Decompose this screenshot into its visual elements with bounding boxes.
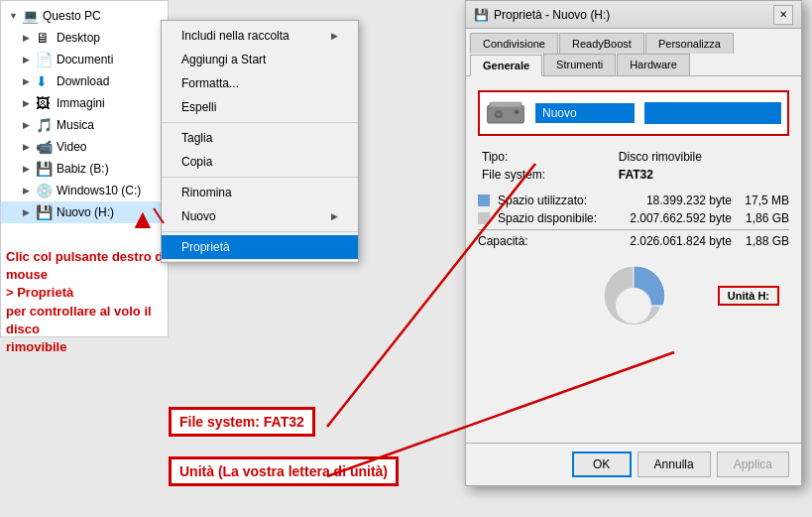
dialog-titlebar: 💾 Proprietà - Nuovo (H:) ✕: [466, 1, 801, 29]
tab-generale[interactable]: Generale: [470, 55, 542, 76]
sidebar-item-label: Desktop: [57, 31, 100, 45]
context-menu-aggiungi[interactable]: Aggiungi a Start: [162, 48, 358, 71]
capacita-size: 1,88 GB: [740, 234, 789, 248]
context-menu-separator-3: [162, 231, 358, 232]
sidebar-item-label: Video: [57, 140, 86, 154]
svg-rect-0: [488, 105, 524, 123]
context-menu-formatta[interactable]: Formatta...: [162, 71, 358, 95]
unit-label-box: Unità H:: [718, 286, 779, 306]
expand-arrow: ▼: [9, 11, 19, 21]
sidebar-item-label: Immagini: [57, 96, 105, 110]
dialog-tabs-row1: Condivisione ReadyBoost Personalizza: [466, 29, 801, 54]
sidebar-item-label: Download: [57, 74, 109, 88]
filesystem-value: FAT32: [615, 166, 789, 184]
tab-hardware[interactable]: Hardware: [617, 54, 690, 75]
drive-c-icon: [36, 183, 52, 198]
sidebar-item-label: Musica: [57, 118, 94, 132]
context-menu-copia[interactable]: Copia: [162, 150, 358, 174]
context-menu-separator-2: [162, 177, 358, 178]
fs-annotation-box: File system: FAT32: [169, 407, 315, 437]
dialog-title-left: 💾 Proprietà - Nuovo (H:): [474, 8, 610, 22]
expand-arrow: ▶: [23, 207, 33, 217]
applica-button[interactable]: Applica: [717, 452, 789, 477]
desktop-icon: [36, 30, 52, 46]
sidebar-item-download[interactable]: ▶ Download: [1, 70, 168, 92]
unit-annotation-box: Unità (La vostra lettera di unità): [169, 456, 399, 486]
download-icon: [36, 73, 52, 89]
tab-strumenti[interactable]: Strumenti: [543, 54, 616, 75]
sidebar-item-questo-pc[interactable]: ▼ Questo PC: [1, 5, 168, 27]
annulla-button[interactable]: Annulla: [638, 452, 711, 477]
sidebar-item-documenti[interactable]: ▶ Documenti: [1, 49, 168, 70]
images-icon: [36, 95, 52, 111]
sidebar-item-label: Questo PC: [43, 9, 101, 23]
drive-b-icon: [36, 161, 52, 177]
used-color-box: [478, 194, 490, 206]
ok-button[interactable]: OK: [572, 452, 632, 477]
sidebar-item-video[interactable]: ▶ Video: [1, 136, 168, 158]
drive-h-icon: [36, 204, 52, 220]
spazio-utilizzato-bytes: 18.399.232 byte: [623, 194, 732, 207]
spazio-disponibile-label: Spazio disponibile:: [498, 211, 615, 225]
drive-name-input[interactable]: [535, 103, 635, 123]
dialog-content: Tipo: Disco rimovibile File system: FAT3…: [466, 82, 801, 343]
svg-rect-1: [490, 102, 522, 107]
expand-arrow: ▶: [23, 33, 33, 43]
tab-personalizza[interactable]: Personalizza: [645, 33, 734, 54]
dialog-drive-icon: 💾: [474, 8, 489, 22]
sidebar-item-label: Documenti: [57, 53, 113, 66]
context-menu-proprieta[interactable]: Proprietà: [162, 235, 358, 259]
sidebar-item-label: Nuovo (H:): [57, 205, 114, 219]
spazio-disponibile-bytes: 2.007.662.592 byte: [623, 211, 732, 225]
docs-icon: [36, 52, 52, 67]
context-menu: Includi nella raccolta ▶ Aggiungi a Star…: [161, 20, 359, 263]
annotation-text-block: Clic col pulsante destro del mouse > Pro…: [6, 248, 174, 356]
drive-header: [478, 90, 789, 136]
sidebar-item-desktop[interactable]: ▶ Desktop: [1, 27, 168, 49]
spazio-disponibile-row: Spazio disponibile: 2.007.662.592 byte 1…: [478, 211, 789, 225]
expand-arrow: ▶: [23, 76, 33, 86]
spazio-utilizzato-row: Spazio utilizzato: 18.399.232 byte 17,5 …: [478, 194, 789, 207]
expand-arrow: ▶: [23, 98, 33, 108]
context-menu-taglia[interactable]: Taglia: [162, 126, 358, 150]
spazio-disponibile-size: 1,86 GB: [740, 211, 789, 225]
capacita-row: Capacità: 2.026.061.824 byte 1,88 GB: [478, 229, 789, 248]
spazio-utilizzato-label: Spazio utilizzato:: [498, 194, 615, 207]
submenu-arrow-icon: ▶: [331, 31, 338, 41]
context-menu-separator-1: [162, 122, 358, 123]
expand-arrow: ▶: [23, 186, 33, 195]
submenu-arrow-icon: ▶: [331, 211, 338, 221]
context-menu-rinomina[interactable]: Rinomina: [162, 181, 358, 204]
expand-arrow: ▶: [23, 120, 33, 130]
sidebar-item-babiz[interactable]: ▶ Babiz (B:): [1, 158, 168, 180]
sidebar-item-immagini[interactable]: ▶ Immagini: [1, 92, 168, 114]
sidebar-item-windows10[interactable]: ▶ Windows10 (C:): [1, 180, 168, 201]
space-section: Spazio utilizzato: 18.399.232 byte 17,5 …: [478, 194, 789, 248]
capacita-label: Capacità:: [478, 234, 615, 248]
svg-rect-2: [515, 110, 520, 113]
svg-point-5: [616, 288, 651, 323]
music-icon: [36, 117, 52, 133]
dialog-close-button[interactable]: ✕: [773, 5, 793, 25]
expand-arrow: ▶: [23, 142, 33, 152]
properties-dialog: 💾 Proprietà - Nuovo (H:) ✕ Condivisione …: [465, 0, 802, 486]
free-color-box: [478, 212, 490, 224]
context-menu-includi[interactable]: Includi nella raccolta ▶: [162, 24, 358, 48]
tab-condivisione[interactable]: Condivisione: [470, 33, 558, 54]
drive-icon: [486, 98, 525, 128]
sidebar-item-musica[interactable]: ▶ Musica: [1, 114, 168, 136]
red-arrow-up: ▲: [129, 203, 157, 235]
tipo-label: Tipo:: [478, 148, 615, 166]
tab-readyboost[interactable]: ReadyBoost: [559, 33, 644, 54]
donut-section: Unità H:: [478, 256, 789, 335]
dialog-tabs-row2: Generale Strumenti Hardware: [466, 54, 801, 76]
expand-arrow: ▶: [23, 164, 33, 174]
dialog-title: Proprietà - Nuovo (H:): [494, 8, 610, 22]
context-menu-nuovo[interactable]: Nuovo ▶: [162, 204, 358, 228]
drive-info-table: Tipo: Disco rimovibile File system: FAT3…: [478, 148, 789, 184]
context-menu-espelli[interactable]: Espelli: [162, 95, 358, 119]
dialog-footer: OK Annulla Applica: [466, 443, 801, 485]
capacita-bytes: 2.026.061.824 byte: [623, 234, 732, 248]
filesystem-label: File system:: [478, 166, 615, 184]
expand-arrow: ▶: [23, 55, 33, 65]
